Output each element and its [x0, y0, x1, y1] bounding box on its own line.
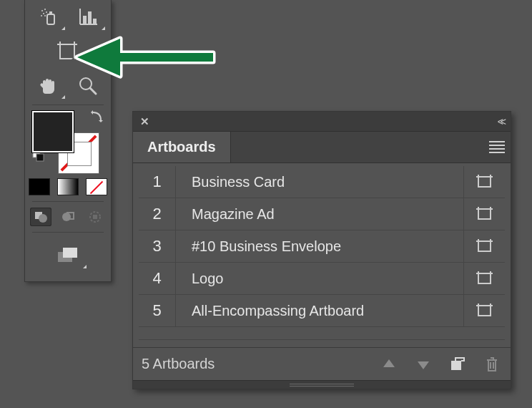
draw-normal-mode[interactable] — [30, 208, 51, 226]
color-mode-none[interactable] — [86, 178, 107, 195]
arrow-down-icon — [416, 357, 430, 371]
artboard-row[interactable]: 3 #10 Business Envelope — [139, 230, 505, 263]
artboard-name: #10 Business Envelope — [176, 238, 463, 255]
svg-point-16 — [39, 214, 47, 223]
artboard-row[interactable]: 5 All-Encompassing Artboard — [139, 295, 505, 327]
svg-rect-14 — [36, 154, 44, 161]
artboard-name: Logo — [176, 271, 463, 287]
swap-fill-stroke-icon[interactable] — [89, 110, 105, 125]
artboards-list: 1 Business Card 2 Magazine Ad 3 #10 Busi… — [133, 163, 511, 347]
symbol-sprayer-icon — [37, 6, 59, 28]
fill-color-swatch[interactable] — [32, 111, 74, 152]
artboard-row[interactable]: 1 Business Card — [139, 166, 505, 198]
svg-rect-23 — [451, 361, 461, 370]
graph-icon — [77, 7, 99, 27]
artboard-index: 3 — [139, 230, 176, 262]
artboard-row[interactable]: 4 Logo — [139, 263, 505, 295]
move-down-button[interactable] — [413, 354, 433, 374]
collapse-panel-icon[interactable]: << — [498, 116, 503, 127]
artboard-options-icon[interactable] — [463, 295, 505, 326]
svg-rect-7 — [49, 11, 52, 14]
svg-rect-10 — [93, 19, 97, 24]
artboard-index: 5 — [139, 295, 176, 326]
zoom-icon — [77, 75, 99, 97]
artboard-options-icon[interactable] — [463, 263, 505, 294]
tools-panel — [24, 0, 112, 282]
trash-icon — [485, 356, 499, 372]
screen-mode-icon — [56, 247, 80, 264]
draw-behind-mode[interactable] — [57, 208, 79, 226]
svg-point-3 — [46, 11, 47, 13]
artboard-tool[interactable] — [48, 36, 88, 67]
new-artboard-icon — [450, 357, 466, 371]
new-artboard-button[interactable] — [448, 354, 468, 374]
tab-artboards[interactable]: Artboards — [133, 132, 231, 162]
panel-menu-icon[interactable] — [489, 141, 505, 153]
tab-label: Artboards — [147, 139, 216, 155]
artboards-panel: ✕ << Artboards 1 Business Card 2 Magazin… — [132, 111, 511, 389]
draw-inside-mode[interactable] — [84, 208, 106, 226]
svg-rect-20 — [93, 215, 97, 219]
artboard-index: 1 — [139, 166, 176, 198]
color-mode-solid[interactable] — [29, 178, 50, 195]
arrow-up-icon — [382, 357, 396, 371]
svg-point-5 — [44, 15, 46, 16]
artboard-tool-icon — [56, 40, 80, 63]
hand-tool[interactable] — [28, 70, 68, 102]
svg-rect-8 — [83, 16, 87, 24]
zoom-tool[interactable] — [68, 70, 108, 102]
svg-rect-22 — [63, 248, 77, 258]
svg-point-4 — [41, 15, 42, 16]
panel-resize-grip[interactable] — [133, 380, 511, 389]
artboard-options-icon[interactable] — [463, 198, 505, 230]
screen-mode-button[interactable] — [46, 240, 89, 271]
svg-point-1 — [44, 9, 46, 10]
svg-point-2 — [43, 13, 44, 14]
move-up-button[interactable] — [379, 354, 399, 374]
symbol-sprayer-tool[interactable] — [28, 1, 68, 33]
artboard-name: Business Card — [176, 174, 463, 190]
svg-rect-9 — [88, 11, 92, 24]
artboard-options-icon[interactable] — [463, 230, 505, 262]
color-mode-gradient[interactable] — [57, 178, 79, 195]
delete-artboard-button[interactable] — [482, 354, 502, 374]
fill-stroke-swatches — [25, 107, 111, 164]
hand-icon — [37, 75, 59, 97]
close-icon[interactable]: ✕ — [140, 115, 149, 128]
artboard-name: All-Encompassing Artboard — [176, 303, 463, 319]
artboards-count-label: 5 Artboards — [142, 356, 215, 372]
artboard-index: 4 — [139, 263, 176, 294]
artboard-name: Magazine Ad — [176, 206, 463, 223]
svg-point-0 — [41, 10, 43, 11]
artboard-options-icon[interactable] — [463, 166, 505, 198]
column-graph-tool[interactable] — [68, 1, 108, 33]
artboard-index: 2 — [139, 198, 176, 230]
svg-rect-6 — [47, 14, 54, 24]
artboard-row[interactable]: 2 Magazine Ad — [139, 198, 505, 230]
